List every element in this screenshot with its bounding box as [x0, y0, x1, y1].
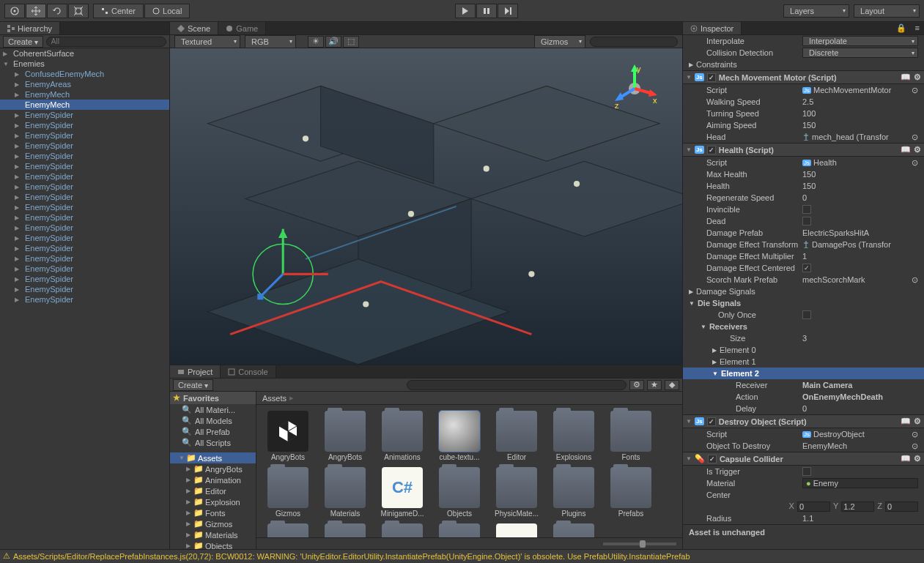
- material-ref[interactable]: ●Enemy: [802, 478, 918, 488]
- scene-tab[interactable]: Scene: [170, 22, 218, 34]
- health-header[interactable]: ▼ Js Health (Script) 📖 ⚙: [683, 143, 924, 157]
- asset-item[interactable]: AngryBots: [319, 411, 371, 461]
- hierarchy-item[interactable]: ▶EnemySpider: [0, 120, 169, 130]
- asset-item[interactable]: cube-textu...: [434, 411, 485, 461]
- pivot-center[interactable]: Center: [93, 4, 144, 18]
- hierarchy-item[interactable]: ▶EnemySpider: [0, 151, 169, 161]
- damage-transform-ref[interactable]: DamagePos (Transfor: [802, 240, 918, 249]
- dead-checkbox[interactable]: [802, 217, 811, 225]
- gear-icon[interactable]: ⚙: [914, 145, 921, 154]
- hierarchy-item[interactable]: ▶EnemySpider: [0, 264, 169, 274]
- layout-dropdown[interactable]: Layout: [854, 4, 920, 18]
- asset-item[interactable]: Prefabs: [605, 467, 657, 518]
- hierarchy-create[interactable]: Create ▾: [3, 36, 43, 48]
- help-icon[interactable]: 📖: [901, 454, 911, 463]
- asset-item[interactable]: Resources: [262, 523, 314, 537]
- max-health-field[interactable]: 150: [802, 170, 918, 179]
- damage-prefab-ref[interactable]: ElectricSparksHitA: [802, 228, 918, 237]
- asset-item[interactable]: C#SignalRece...: [491, 523, 542, 537]
- asset-item[interactable]: Plugins: [548, 467, 599, 518]
- filter-icon[interactable]: ⚙: [629, 380, 644, 390]
- hierarchy-item[interactable]: ▶EnemySpider: [0, 253, 169, 264]
- capsule-header[interactable]: ▼ 💊 Capsule Collider 📖 ⚙: [683, 452, 924, 466]
- render-dropdown[interactable]: RGB: [245, 35, 296, 48]
- element1-foldout[interactable]: Element 1: [720, 357, 833, 366]
- asset-item[interactable]: Objects: [434, 467, 485, 518]
- hierarchy-tab[interactable]: Hierarchy: [0, 22, 60, 34]
- constraints-label[interactable]: Constraints: [696, 60, 810, 69]
- project-tab[interactable]: Project: [170, 365, 221, 378]
- scene-audio-toggle[interactable]: 🔊: [325, 36, 341, 48]
- gear-icon[interactable]: ⚙: [914, 72, 921, 82]
- folder-tree-item[interactable]: ▶📁Animation: [170, 474, 256, 485]
- hierarchy-item[interactable]: ▶EnemySpider: [0, 274, 169, 284]
- help-icon[interactable]: 📖: [901, 72, 911, 82]
- folder-tree-item[interactable]: ▶📁Editor: [170, 485, 256, 496]
- destroy-script-ref[interactable]: JsDestroyObject⊙: [802, 430, 918, 439]
- folder-tree-item[interactable]: ▶📁Explosion: [170, 496, 256, 507]
- asset-item[interactable]: Fonts: [605, 411, 657, 461]
- help-icon[interactable]: 📖: [901, 145, 911, 154]
- asset-grid[interactable]: AngryBotsAngryBotsAnimationscube-textu..…: [256, 405, 682, 537]
- scene-fx-toggle[interactable]: ⬚: [343, 36, 359, 48]
- interpolate-dropdown[interactable]: Interpolate: [802, 36, 918, 46]
- favorite-search-item[interactable]: 🔍All Models: [170, 415, 256, 426]
- inspector-menu-icon[interactable]: ≡: [911, 22, 924, 34]
- asset-item[interactable]: C#MinigameD...: [377, 467, 428, 518]
- hierarchy-item[interactable]: ▶EnemySpider: [0, 141, 169, 151]
- center-y-field[interactable]: [841, 502, 874, 512]
- asset-item[interactable]: Editor: [491, 411, 542, 461]
- receiver-ref[interactable]: Main Camera: [802, 381, 918, 389]
- scene-search[interactable]: [590, 37, 678, 47]
- asset-item[interactable]: Explosions: [548, 411, 599, 461]
- orientation-gizmo[interactable]: y x z: [609, 63, 660, 114]
- gear-icon[interactable]: ⚙: [914, 417, 921, 426]
- inspector-content[interactable]: InterpolateInterpolate Collision Detecti…: [683, 35, 924, 549]
- asset-item[interactable]: Scripts: [377, 523, 428, 537]
- object-destroy-ref[interactable]: EnemyMech: [802, 441, 912, 450]
- mech-script-ref[interactable]: JsMechMovementMotor⊙: [802, 86, 918, 95]
- favorites-header[interactable]: ★Favorites: [170, 392, 256, 404]
- scorch-ref[interactable]: mechScorchMark: [802, 275, 912, 284]
- mech-motor-header[interactable]: ▼ Js Mech Movement Motor (Script) 📖 ⚙: [683, 70, 924, 84]
- favorite-search-item[interactable]: 🔍All Prefab: [170, 426, 256, 437]
- asset-item[interactable]: Materials: [319, 467, 371, 518]
- play-button[interactable]: [455, 4, 476, 18]
- hidden-icon[interactable]: ◆: [665, 380, 679, 390]
- delay-field[interactable]: 0: [802, 404, 918, 413]
- favorite-icon[interactable]: ★: [647, 380, 662, 390]
- hierarchy-item[interactable]: ▶EnemySpider: [0, 202, 169, 212]
- hierarchy-item[interactable]: ▶EnemySpider: [0, 161, 169, 171]
- hierarchy-item[interactable]: ▶EnemySpider: [0, 192, 169, 202]
- hierarchy-item[interactable]: ▶EnemyAreas: [0, 79, 169, 89]
- collision-dropdown[interactable]: Discrete: [802, 48, 918, 58]
- invincible-checkbox[interactable]: [802, 205, 811, 214]
- receivers-foldout[interactable]: Receivers: [709, 322, 823, 331]
- scale-tool[interactable]: [68, 4, 89, 18]
- hierarchy-item[interactable]: ▶EnemySpider: [0, 223, 169, 233]
- step-button[interactable]: [498, 4, 518, 18]
- capsule-enabled[interactable]: [708, 455, 717, 463]
- receivers-size-field[interactable]: 3: [802, 334, 918, 343]
- hierarchy-item[interactable]: ▶CoherentSurface: [0, 48, 169, 59]
- hierarchy-item[interactable]: ▼Enemies: [0, 59, 169, 69]
- favorite-search-item[interactable]: 🔍All Materi...: [170, 404, 256, 415]
- regen-field[interactable]: 0: [802, 193, 918, 202]
- scene-light-toggle[interactable]: ☀: [308, 36, 324, 48]
- hierarchy-item[interactable]: ▶EnemySpider: [0, 284, 169, 294]
- inspector-lock-icon[interactable]: 🔒: [892, 22, 911, 34]
- gizmos-dropdown[interactable]: Gizmos: [534, 35, 585, 48]
- project-sidebar[interactable]: ★Favorites 🔍All Materi...🔍All Models🔍All…: [170, 392, 256, 549]
- favorite-search-item[interactable]: 🔍All Scripts: [170, 437, 256, 448]
- hierarchy-item[interactable]: ▶EnemySpider: [0, 182, 169, 192]
- only-once-checkbox[interactable]: [802, 310, 811, 319]
- asset-item[interactable]: Shaders: [434, 523, 485, 537]
- asset-item[interactable]: Sounds: [548, 523, 599, 537]
- hierarchy-item[interactable]: ▶EnemySpider: [0, 110, 169, 120]
- console-tab[interactable]: Console: [221, 365, 276, 378]
- element2-foldout[interactable]: Element 2: [721, 369, 835, 378]
- element0-foldout[interactable]: Element 0: [720, 346, 833, 354]
- damage-signals-foldout[interactable]: Damage Signals: [696, 287, 810, 296]
- die-signals-foldout[interactable]: Die Signals: [698, 299, 811, 307]
- help-icon[interactable]: 📖: [901, 417, 911, 426]
